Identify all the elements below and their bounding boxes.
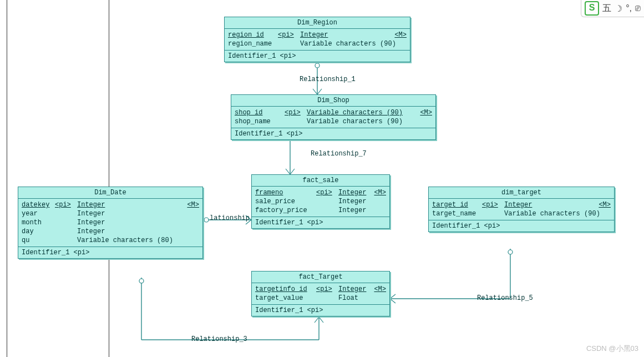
attr-m <box>182 218 199 227</box>
attr-pi: <pi> <box>316 285 338 294</box>
relationship-label: Relationship_3 <box>191 335 247 343</box>
entity-attrs: shop_id <pi> Variable characters (90) <M… <box>231 107 435 128</box>
attr-m <box>182 227 199 236</box>
attr-pi <box>55 236 77 245</box>
attr-name: shop_name <box>235 117 285 126</box>
ruler-line-left <box>7 0 7 357</box>
entity-identifier: Identifier_1 <pi> <box>18 247 202 258</box>
attr-row: year Integer <box>22 209 199 218</box>
attr-m <box>369 294 386 303</box>
attr-name: frameno <box>255 188 316 197</box>
entity-identifier: Identifier_1 <pi> <box>429 220 614 232</box>
attr-pi <box>55 218 77 227</box>
attr-type: Integer <box>504 200 594 209</box>
ime-widget[interactable]: S 五 ☽ °, ⎚ <box>581 0 644 17</box>
attr-name: factory_price <box>255 206 316 215</box>
attr-m <box>369 197 386 206</box>
attr-row: target_value Float <box>255 294 386 303</box>
attr-m <box>369 206 386 215</box>
attr-type: Integer <box>77 200 182 209</box>
entity-fact-sale[interactable]: fact_sale frameno <pi> Integer <M> sale_… <box>251 174 390 229</box>
attr-type: Integer <box>338 197 369 206</box>
ime-dot: °, <box>626 3 632 13</box>
attr-pi: <pi> <box>278 31 300 39</box>
attr-type: Float <box>338 294 369 303</box>
entity-title: Dim_Shop <box>231 95 435 107</box>
entity-dim-target[interactable]: dim_target target_id <pi> Integer <M> ta… <box>428 187 615 232</box>
attr-row: sale_price Integer <box>255 197 386 206</box>
attr-pi <box>55 227 77 236</box>
entity-identifier: Identifier_1 <pi> <box>225 51 410 62</box>
attr-name: month <box>22 218 55 227</box>
entity-identifier: Identifier_1 <pi> <box>231 128 435 139</box>
attr-type: Integer <box>338 188 369 197</box>
attr-type: Integer <box>300 31 390 39</box>
attr-type: Variable characters (90) <box>307 108 415 117</box>
attr-type: Integer <box>77 227 182 236</box>
entity-title: Dim_Region <box>225 17 410 29</box>
attr-name: sale_price <box>255 197 316 206</box>
attr-row: qu Variable characters (80) <box>22 236 199 245</box>
attr-row: month Integer <box>22 218 199 227</box>
attr-row: factory_price Integer <box>255 206 386 215</box>
svg-point-4 <box>508 250 513 254</box>
attr-row: shop_name Variable characters (90) <box>235 117 432 126</box>
attr-row: frameno <pi> Integer <M> <box>255 188 386 197</box>
attr-type: Variable characters (90) <box>504 209 600 218</box>
attr-m: <M> <box>369 188 386 197</box>
attr-name: day <box>22 227 55 236</box>
svg-point-3 <box>139 279 144 283</box>
attr-pi <box>316 206 338 215</box>
attr-row: region_id <pi> Integer <M> <box>228 31 407 39</box>
attr-pi <box>285 117 307 126</box>
relationship-label: Relationship_7 <box>311 150 367 158</box>
moon-icon: ☽ <box>615 3 622 14</box>
attr-type: Integer <box>338 206 369 215</box>
entity-title: fact_sale <box>252 175 389 187</box>
attr-row: target_name Variable characters (90) <box>432 209 611 218</box>
attr-type: Variable characters (90) <box>300 39 396 48</box>
attr-m: <M> <box>390 31 407 39</box>
diagram-canvas: Dim_Region region_id <pi> Integer <M> re… <box>0 0 644 357</box>
attr-name: target_name <box>432 209 482 218</box>
attr-type: Integer <box>77 218 182 227</box>
attr-m: <M> <box>369 285 386 294</box>
attr-m <box>182 209 199 218</box>
attr-pi <box>316 197 338 206</box>
attr-row: day Integer <box>22 227 199 236</box>
watermark: CSDN @小黑03 <box>586 344 638 354</box>
relationship-label: Relationship_5 <box>477 294 533 302</box>
attr-m: <M> <box>594 200 611 209</box>
attr-row: region_name Variable characters (90) <box>228 39 407 48</box>
attr-pi: <pi> <box>55 200 77 209</box>
attr-row: shop_id <pi> Variable characters (90) <M… <box>235 108 432 117</box>
attr-type: Integer <box>338 285 369 294</box>
attr-m <box>415 117 432 126</box>
entity-dim-date[interactable]: Dim_Date datekey <pi> Integer <M> year I… <box>18 187 203 259</box>
attr-type: Variable characters (90) <box>307 117 415 126</box>
attr-type: Integer <box>77 209 182 218</box>
ime-char: 五 <box>602 3 611 14</box>
entity-attrs: target_id <pi> Integer <M> target_name V… <box>429 199 614 220</box>
attr-name: target_id <box>432 200 482 209</box>
attr-name: target_value <box>255 294 316 303</box>
attr-pi: <pi> <box>482 200 504 209</box>
attr-name: region_id <box>228 31 278 39</box>
svg-point-2 <box>204 218 209 222</box>
attr-m: <M> <box>415 108 432 117</box>
attr-row: target_id <pi> Integer <M> <box>432 200 611 209</box>
attr-row: targetinfo_id <pi> Integer <M> <box>255 285 386 294</box>
entity-attrs: targetinfo_id <pi> Integer <M> target_va… <box>252 283 389 305</box>
entity-attrs: frameno <pi> Integer <M> sale_price Inte… <box>252 187 389 217</box>
keyboard-icon: ⎚ <box>635 3 641 13</box>
entity-dim-region[interactable]: Dim_Region region_id <pi> Integer <M> re… <box>224 17 410 62</box>
entity-fact-target[interactable]: fact_Target targetinfo_id <pi> Integer <… <box>251 271 390 316</box>
attr-name: datekey <box>22 200 55 209</box>
attr-name: targetinfo_id <box>255 285 316 294</box>
entity-title: dim_target <box>429 187 614 199</box>
entity-dim-shop[interactable]: Dim_Shop shop_id <pi> Variable character… <box>231 94 436 140</box>
relationship-label: lationship <box>210 214 250 222</box>
attr-m <box>600 209 617 218</box>
attr-pi <box>55 209 77 218</box>
svg-point-0 <box>315 63 320 68</box>
